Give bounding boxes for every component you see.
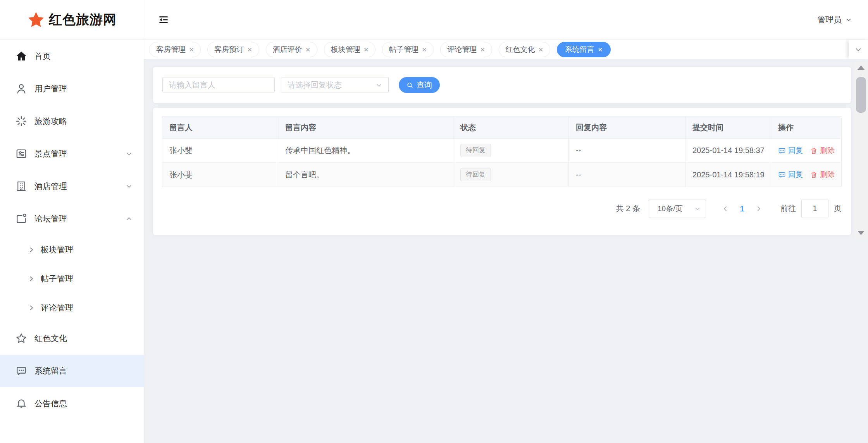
chevron-down-icon — [845, 16, 852, 23]
sidebar-item-label: 公告信息 — [34, 398, 67, 409]
chevron-right-icon — [28, 246, 35, 253]
tab-room-management[interactable]: 客房管理 × — [149, 42, 201, 57]
sidebar-subitem-posts[interactable]: 帖子管理 — [0, 264, 144, 293]
sidebar-item-red-culture[interactable]: 红色文化 — [0, 322, 144, 355]
cell-content: 留个言吧。 — [278, 163, 453, 187]
sidebar-item-label: 景点管理 — [34, 148, 67, 159]
sidebar-item-system-messages[interactable]: 系统留言 — [0, 355, 144, 387]
chevron-right-icon — [28, 304, 35, 311]
tab-red-culture[interactable]: 红色文化 × — [499, 42, 550, 57]
status-badge: 待回复 — [460, 144, 491, 157]
col-header-time: 提交时间 — [685, 117, 771, 139]
status-badge: 待回复 — [460, 168, 491, 181]
sidebar-item-announcements[interactable]: 公告信息 — [0, 387, 144, 420]
reply-button[interactable]: 回复 — [778, 170, 803, 180]
next-page-button[interactable] — [751, 199, 766, 218]
admin-dropdown[interactable]: 管理员 — [817, 14, 852, 25]
pagination: 共 2 条 10条/页 1 前 — [162, 199, 842, 218]
sidebar-item-label: 帖子管理 — [41, 273, 73, 284]
page-number-1[interactable]: 1 — [733, 204, 751, 213]
cell-reply: -- — [569, 163, 685, 187]
chevron-down-icon — [125, 182, 133, 190]
tab-comment-management[interactable]: 评论管理 × — [440, 42, 492, 57]
sidebar-item-scenic-spots[interactable]: 景点管理 — [0, 137, 144, 170]
home-icon — [16, 50, 27, 62]
sidebar-item-forum[interactable]: 论坛管理 — [0, 203, 144, 235]
reply-status-select[interactable]: 请选择回复状态 — [281, 77, 389, 93]
sidebar: 红色旅游网 首页 用户管理 旅游攻略 景点管理 — [0, 0, 144, 443]
chevron-right-icon — [28, 275, 35, 282]
col-header-user: 留言人 — [162, 117, 278, 139]
close-icon[interactable]: × — [598, 45, 603, 53]
delete-button[interactable]: 删除 — [810, 146, 835, 156]
sidebar-item-users[interactable]: 用户管理 — [0, 72, 144, 105]
tab-bar: 客房管理 × 客房预订 × 酒店评价 × 板块管理 × 帖子管理 × 评论管理 … — [144, 40, 868, 59]
sidebar-item-home[interactable]: 首页 — [0, 40, 144, 72]
chevron-up-icon — [125, 215, 133, 223]
sidebar-fold-icon[interactable] — [158, 14, 169, 26]
scroll-down-arrow-icon[interactable] — [858, 231, 865, 235]
table-header-row: 留言人 留言内容 状态 回复内容 提交时间 操作 — [162, 117, 841, 139]
operation-card-icon — [16, 148, 27, 160]
top-header: 管理员 — [144, 0, 868, 40]
search-input[interactable] — [162, 77, 275, 93]
close-icon[interactable]: × — [247, 45, 252, 53]
chevron-down-icon — [375, 81, 383, 89]
search-button[interactable]: 查询 — [399, 77, 440, 93]
search-icon — [406, 82, 413, 89]
sidebar-item-label: 用户管理 — [34, 83, 67, 94]
building-icon — [16, 180, 27, 192]
close-icon[interactable]: × — [480, 45, 485, 53]
search-button-label: 查询 — [417, 80, 432, 90]
tab-post-management[interactable]: 帖子管理 × — [382, 42, 434, 57]
close-icon[interactable]: × — [364, 45, 369, 53]
sidebar-subitem-boards[interactable]: 板块管理 — [0, 235, 144, 264]
goto-page-input[interactable] — [801, 199, 828, 218]
prev-page-button[interactable] — [718, 199, 733, 218]
cell-reply: -- — [569, 139, 685, 163]
chevron-left-icon — [722, 205, 729, 213]
select-placeholder: 请选择回复状态 — [288, 80, 375, 90]
admin-label: 管理员 — [817, 14, 842, 25]
chat-icon — [778, 171, 786, 179]
content-scrollbar[interactable] — [854, 62, 868, 239]
sidebar-item-hotels[interactable]: 酒店管理 — [0, 170, 144, 203]
page-content: 请选择回复状态 查询 留言人 留言内容 状态 回复内容 提交时 — [144, 59, 868, 443]
sidebar-item-label: 旅游攻略 — [34, 116, 67, 127]
sidebar-item-label: 酒店管理 — [34, 181, 67, 192]
tab-overflow-button[interactable] — [849, 40, 868, 59]
close-icon[interactable]: × — [539, 45, 543, 53]
tab-label: 帖子管理 — [389, 45, 418, 55]
goto-label: 前往 — [780, 203, 796, 214]
col-header-actions: 操作 — [771, 117, 841, 139]
sidebar-item-label: 评论管理 — [41, 302, 73, 313]
delete-button-label: 删除 — [820, 170, 835, 180]
sidebar-item-travel-guide[interactable]: 旅游攻略 — [0, 105, 144, 137]
scrollbar-thumb[interactable] — [856, 77, 866, 113]
page-size-value: 10条/页 — [658, 204, 694, 214]
cell-user: 张小斐 — [162, 163, 278, 187]
tab-system-messages[interactable]: 系统留言 × — [557, 42, 611, 57]
tab-room-booking[interactable]: 客房预订 × — [207, 42, 259, 57]
chevron-down-icon — [694, 205, 701, 212]
page-size-select[interactable]: 10条/页 — [649, 199, 706, 218]
sidebar-item-label: 红色文化 — [34, 333, 67, 344]
chevron-down-icon — [125, 150, 133, 158]
close-icon[interactable]: × — [306, 45, 310, 53]
scroll-up-arrow-icon[interactable] — [858, 65, 865, 70]
reply-button-label: 回复 — [788, 146, 803, 156]
reply-button[interactable]: 回复 — [778, 146, 803, 156]
tab-label: 评论管理 — [447, 45, 477, 55]
sidebar-subitem-comments[interactable]: 评论管理 — [0, 293, 144, 322]
user-icon — [16, 83, 27, 94]
tab-board-management[interactable]: 板块管理 × — [324, 42, 375, 57]
close-icon[interactable]: × — [422, 45, 427, 53]
tab-hotel-reviews[interactable]: 酒店评价 × — [266, 42, 317, 57]
bell-icon — [16, 398, 27, 409]
close-icon[interactable]: × — [189, 45, 194, 53]
delete-button[interactable]: 删除 — [810, 170, 835, 180]
chevron-down-icon — [854, 45, 863, 54]
sidebar-item-label: 论坛管理 — [34, 213, 67, 224]
trash-icon — [810, 171, 818, 179]
reply-button-label: 回复 — [788, 170, 803, 180]
